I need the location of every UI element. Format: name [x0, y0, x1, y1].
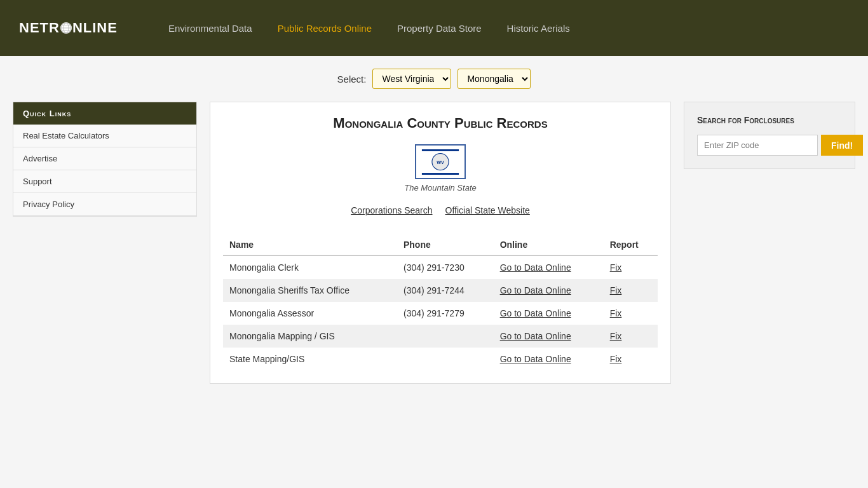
cell-phone [397, 325, 494, 348]
cell-phone: (304) 291-7279 [397, 302, 494, 325]
state-select[interactable]: West Virginia [372, 69, 451, 89]
go-to-data-online-link[interactable]: Go to Data Online [500, 354, 571, 364]
foreclosure-box: Search for Forclosures Find! [684, 102, 855, 169]
cell-phone [397, 348, 494, 370]
logo: NETR NLINE [19, 20, 118, 36]
svg-rect-7 [422, 173, 459, 175]
nav-environmental[interactable]: Environmental Data [168, 23, 252, 34]
cell-online: Go to Data Online [494, 279, 604, 302]
sidebar-item-advertise[interactable]: Advertise [13, 147, 196, 170]
records-table: Name Phone Online Report Monongalia Cler… [223, 234, 658, 370]
content-box: Monongalia County Public Records WV The … [210, 102, 671, 384]
globe-icon [60, 22, 72, 34]
cell-name: Monongalia Assessor [223, 302, 397, 325]
state-motto: The Mountain State [404, 183, 476, 193]
table-header-row: Name Phone Online Report [223, 234, 658, 255]
cell-phone: (304) 291-7230 [397, 255, 494, 279]
fix-link[interactable]: Fix [610, 354, 622, 364]
cell-report: Fix [604, 255, 658, 279]
table-row: State Mapping/GISGo to Data OnlineFix [223, 348, 658, 370]
cell-online: Go to Data Online [494, 325, 604, 348]
cell-report: Fix [604, 348, 658, 370]
zip-row: Find! [697, 135, 842, 156]
nav-historic-aerials[interactable]: Historic Aerials [507, 23, 570, 34]
col-phone: Phone [397, 234, 494, 255]
cell-name: Monongalia Clerk [223, 255, 397, 279]
content: Monongalia County Public Records WV The … [210, 102, 671, 384]
sidebar-item-support[interactable]: Support [13, 170, 196, 193]
go-to-data-online-link[interactable]: Go to Data Online [500, 308, 571, 318]
cell-report: Fix [604, 302, 658, 325]
col-report: Report [604, 234, 658, 255]
state-flag-area: WV The Mountain State [223, 144, 658, 193]
cell-online: Go to Data Online [494, 348, 604, 370]
sidebar-item-real-estate[interactable]: Real Estate Calculators [13, 125, 196, 147]
page-heading: Monongalia County Public Records [223, 115, 658, 132]
cell-name: State Mapping/GIS [223, 348, 397, 370]
table-row: Monongalia Sheriffs Tax Office(304) 291-… [223, 279, 658, 302]
table-row: Monongalia Clerk(304) 291-7230Go to Data… [223, 255, 658, 279]
go-to-data-online-link[interactable]: Go to Data Online [500, 285, 571, 295]
cell-report: Fix [604, 279, 658, 302]
right-sidebar: Search for Forclosures Find! [684, 102, 855, 384]
cell-phone: (304) 291-7244 [397, 279, 494, 302]
nav: Environmental Data Public Records Online… [168, 23, 570, 34]
county-select[interactable]: Monongalia [458, 69, 531, 89]
go-to-data-online-link[interactable]: Go to Data Online [500, 331, 571, 341]
go-to-data-online-link[interactable]: Go to Data Online [500, 262, 571, 273]
table-row: Monongalia Assessor(304) 291-7279Go to D… [223, 302, 658, 325]
col-name: Name [223, 234, 397, 255]
fix-link[interactable]: Fix [610, 285, 622, 295]
state-flag: WV [415, 144, 466, 179]
sidebar-item-privacy[interactable]: Privacy Policy [13, 193, 196, 216]
select-row: Select: West Virginia Monongalia [0, 69, 868, 89]
find-button[interactable]: Find! [821, 135, 863, 156]
zip-input[interactable] [697, 135, 818, 156]
state-links: Corporations Search Official State Websi… [223, 205, 658, 215]
cell-online: Go to Data Online [494, 302, 604, 325]
select-label: Select: [337, 74, 367, 85]
col-online: Online [494, 234, 604, 255]
cell-name: Monongalia Mapping / GIS [223, 325, 397, 348]
table-row: Monongalia Mapping / GISGo to Data Onlin… [223, 325, 658, 348]
official-state-website-link[interactable]: Official State Website [445, 205, 530, 215]
header: NETR NLINE Environmental Data Public Rec… [0, 0, 868, 56]
foreclosure-title: Search for Forclosures [697, 115, 842, 125]
fix-link[interactable]: Fix [610, 262, 622, 273]
nav-property-data[interactable]: Property Data Store [397, 23, 482, 34]
table-body: Monongalia Clerk(304) 291-7230Go to Data… [223, 255, 658, 370]
svg-text:WV: WV [437, 159, 444, 165]
cell-report: Fix [604, 325, 658, 348]
svg-rect-6 [422, 149, 459, 151]
nav-public-records[interactable]: Public Records Online [278, 23, 372, 34]
sidebar-title: Quick Links [13, 102, 196, 125]
cell-name: Monongalia Sheriffs Tax Office [223, 279, 397, 302]
fix-link[interactable]: Fix [610, 331, 622, 341]
cell-online: Go to Data Online [494, 255, 604, 279]
corporations-search-link[interactable]: Corporations Search [351, 205, 432, 215]
sidebar: Quick Links Real Estate Calculators Adve… [13, 102, 197, 217]
fix-link[interactable]: Fix [610, 308, 622, 318]
